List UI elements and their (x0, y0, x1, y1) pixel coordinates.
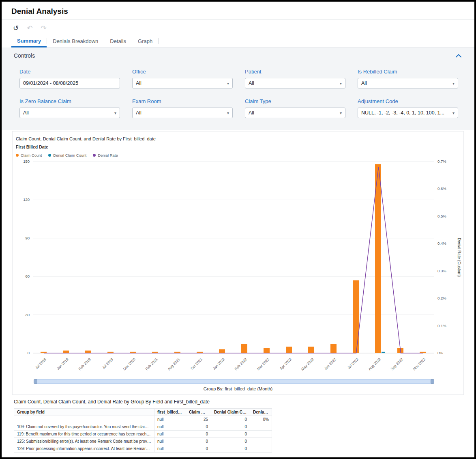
exam-room-select[interactable]: All ▾ (132, 108, 233, 118)
table-title: Claim Count, Denial Claim Count, and Den… (14, 399, 464, 405)
x-axis-tick-label: Aug 2021 (167, 357, 181, 371)
table-row[interactable]: 119: Benefit maximum for this time perio… (14, 431, 272, 438)
chevron-down-icon: ▾ (340, 111, 342, 115)
table-row[interactable]: 125: Submission/billing error(s). At lea… (14, 438, 272, 445)
x-axis-tick-label: Apr 2022 (279, 357, 292, 371)
right-axis-tick-label: 0.4% (437, 241, 446, 246)
bar-claim-count[interactable] (241, 344, 247, 353)
table-cell: 25 (186, 416, 211, 423)
table-cell: 125: Submission/billing error(s). At lea… (14, 438, 154, 445)
field-office: Office All ▾ (132, 69, 233, 88)
table-row[interactable]: 109: Claim not covered by this payer/con… (14, 423, 272, 431)
table-cell: 0 (211, 438, 250, 445)
scrollbar-handle-left[interactable] (34, 379, 37, 384)
controls-fields: Date 09/01/2024 - 08/08/2025 Office All … (19, 69, 462, 118)
scrollbar-handle-right[interactable] (431, 379, 434, 384)
x-axis-tick-label: Aug 2022 (368, 357, 382, 371)
legend-item-denial-claim-count[interactable]: Denial Claim Count (48, 153, 86, 157)
field-label: Patient (245, 69, 345, 75)
bar-denial-claim-count[interactable] (382, 352, 385, 353)
x-axis-tick-label: Jul 2018 (34, 357, 47, 370)
refresh-icon[interactable]: ↺ (13, 25, 19, 32)
legend-marker (93, 154, 96, 157)
left-axis-tick-label: 150 (23, 159, 30, 164)
table-cell (250, 423, 272, 431)
adjustment-code-select[interactable]: NULL, -1, -2, -3, -4, 0, 1, 10, 100, 1..… (358, 108, 458, 118)
x-axis-tick-label: Jan 2022 (212, 357, 225, 371)
x-axis-tick-label: Mar 2022 (256, 357, 270, 371)
undo-icon[interactable]: ↶ (27, 25, 32, 32)
x-axis-tick-label: Jul 2022 (347, 357, 359, 370)
field-label: Exam Room (132, 98, 233, 104)
tab-graph[interactable]: Graph (132, 35, 158, 47)
line-denial-rate[interactable] (44, 167, 423, 353)
table-cell: 0 (186, 431, 211, 438)
bar-claim-count[interactable] (286, 347, 292, 353)
table-row[interactable]: 129: Prior processing information appear… (14, 445, 272, 453)
legend-item-claim-count[interactable]: Claim Count (16, 153, 42, 157)
table-header-row: Group by field first_billed_date Claim C… (14, 409, 272, 416)
table-cell: 0 (211, 416, 250, 423)
column-header: Denial Claim Count (211, 409, 250, 416)
table-cell: 0 (186, 438, 211, 445)
tab-separator (158, 38, 159, 44)
is-zero-balance-claim-select[interactable]: All ▾ (19, 108, 120, 118)
table-row[interactable]: null 25 0 0% (14, 416, 272, 423)
office-select[interactable]: All ▾ (132, 78, 233, 88)
x-axis-tick-label: Jun 2022 (324, 357, 337, 371)
redo-icon[interactable]: ↷ (41, 25, 47, 32)
denial-table: Group by field first_billed_date Claim C… (14, 408, 272, 453)
table-cell: null (154, 438, 186, 445)
table-cell: 0 (211, 445, 250, 453)
patient-select[interactable]: All ▾ (245, 78, 345, 88)
field-is-rebilled-claim: Is Rebilled Claim All ▾ (358, 69, 458, 88)
legend-label: Denial Claim Count (53, 153, 86, 157)
x-axis-tick-label: Jul 2019 (101, 357, 114, 370)
bar-claim-count[interactable] (85, 351, 91, 353)
tab-details[interactable]: Details (104, 35, 132, 47)
left-axis-tick-label: 30 (25, 312, 30, 317)
legend-item-denial-rate[interactable]: Denial Rate (93, 153, 118, 157)
bar-claim-count[interactable] (219, 349, 225, 353)
bar-claim-count[interactable] (330, 344, 337, 353)
bar-claim-count[interactable] (353, 280, 359, 353)
bar-claim-count[interactable] (264, 348, 270, 353)
table-cell: 0 (186, 445, 211, 453)
date-range-input[interactable]: 09/01/2024 - 08/08/2025 (19, 78, 120, 88)
table-cell: null (154, 431, 186, 438)
bar-claim-count[interactable] (63, 351, 69, 353)
table-cell (14, 416, 154, 423)
chart-plot-area: 03060901201500%0.1%0.2%0.3%0.4%0.5%0.6%0… (15, 158, 461, 376)
field-label: Claim Type (245, 98, 345, 104)
tab-bar: Summary Denials Breakdown Details Graph (11, 35, 474, 47)
table-cell: 0 (211, 423, 250, 431)
chart-range-scrollbar[interactable] (34, 379, 434, 384)
left-axis-tick-label: 60 (25, 274, 30, 278)
tab-denials-breakdown[interactable]: Denials Breakdown (47, 35, 104, 47)
chevron-up-icon[interactable] (455, 53, 462, 58)
column-header: first_billed_date (154, 409, 186, 416)
is-rebilled-claim-select[interactable]: All ▾ (358, 78, 458, 88)
x-axis-tick-label: Oct 2021 (190, 357, 203, 371)
x-axis-tick-label: Dec 2020 (122, 357, 136, 371)
right-axis-tick-label: 0.1% (437, 323, 446, 328)
x-axis-tick-label: May 2022 (300, 357, 315, 371)
legend-label: Claim Count (21, 153, 42, 157)
x-axis-tick-label: Feb 2021 (145, 357, 159, 371)
bar-claim-count[interactable] (375, 164, 381, 353)
table-cell (250, 438, 272, 445)
left-axis-tick-label: 90 (25, 236, 30, 240)
field-label: Date (19, 69, 120, 75)
denial-rate-chart: 03060901201500%0.1%0.2%0.3%0.4%0.5%0.6%0… (15, 158, 463, 374)
legend-marker (48, 154, 51, 157)
column-header: Claim Count (186, 409, 211, 416)
field-label: Office (132, 69, 233, 75)
table-cell: 0% (250, 416, 272, 423)
chevron-down-icon: ▾ (452, 81, 455, 86)
bar-claim-count[interactable] (308, 347, 314, 353)
chevron-down-icon: ▾ (227, 111, 229, 115)
field-claim-type: Claim Type All ▾ (245, 98, 345, 118)
claim-type-select[interactable]: All ▾ (245, 108, 345, 118)
tab-summary[interactable]: Summary (11, 35, 47, 47)
table-cell: 119: Benefit maximum for this time perio… (14, 431, 154, 438)
